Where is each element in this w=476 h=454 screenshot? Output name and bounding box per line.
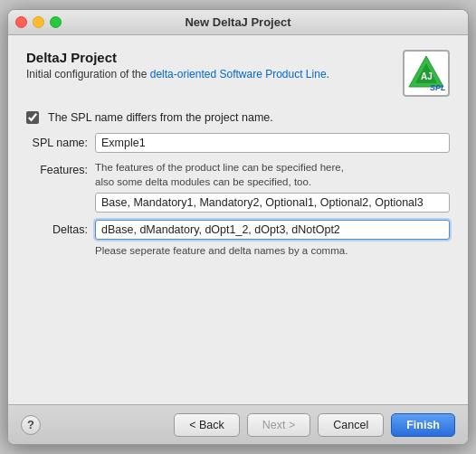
title-bar: New DeltaJ Project	[8, 10, 468, 35]
deltas-input[interactable]	[95, 220, 450, 240]
spl-name-row: SPL name:	[26, 133, 450, 153]
window-controls	[15, 16, 62, 28]
spl-logo: AJ SPL	[405, 52, 447, 94]
svg-text:AJ: AJ	[421, 71, 433, 81]
svg-text:SPL: SPL	[430, 83, 446, 92]
form-section: The SPL name differs from the project na…	[26, 111, 450, 265]
button-bar: ? < Back Next > Cancel Finish	[8, 404, 468, 444]
finish-button[interactable]: Finish	[391, 413, 455, 437]
help-button[interactable]: ?	[21, 415, 41, 435]
next-button[interactable]: Next >	[247, 413, 310, 437]
subtitle-suffix: .	[327, 68, 329, 80]
deltas-label: Deltas:	[26, 220, 95, 236]
minimize-button[interactable]	[33, 16, 44, 28]
features-input[interactable]	[95, 193, 450, 213]
cancel-button[interactable]: Cancel	[318, 413, 384, 437]
deltas-hint: Please seperate feature and delta names …	[95, 243, 450, 258]
deltas-row: Deltas: Please seperate feature and delt…	[26, 220, 450, 258]
page-subtitle: Initial configuration of the delta-orien…	[26, 68, 392, 80]
nav-buttons: < Back Next > Cancel Finish	[174, 413, 455, 437]
spl-name-right	[95, 133, 450, 153]
deltas-right: Please seperate feature and delta names …	[95, 220, 450, 258]
subtitle-prefix: Initial configuration of the	[26, 68, 150, 80]
close-button[interactable]	[15, 16, 27, 28]
dialog-window: New DeltaJ Project DeltaJ Project Initia…	[7, 9, 469, 445]
spl-name-label: SPL name:	[26, 133, 95, 149]
features-hint-line2: also some delta modules can be specified…	[95, 176, 311, 187]
window-title: New DeltaJ Project	[185, 15, 290, 29]
features-row: Features: The features of the product li…	[26, 160, 450, 213]
spl-name-differs-row: The SPL name differs from the project na…	[26, 111, 450, 124]
header-text: DeltaJ Project Initial configuration of …	[26, 50, 392, 80]
features-right: The features of the product line can be …	[95, 160, 450, 213]
features-label: Features:	[26, 160, 95, 176]
back-button[interactable]: < Back	[174, 413, 240, 437]
logo-box: AJ SPL	[403, 50, 450, 97]
features-hint: The features of the product line can be …	[95, 160, 450, 189]
maximize-button[interactable]	[50, 16, 62, 28]
header-section: DeltaJ Project Initial configuration of …	[26, 50, 450, 97]
subtitle-link[interactable]: delta-oriented Software Product Line	[150, 68, 327, 80]
features-hint-line1: The features of the product line can be …	[95, 162, 344, 173]
checkbox-label: The SPL name differs from the project na…	[48, 111, 273, 124]
page-title: DeltaJ Project	[26, 50, 392, 65]
spl-name-input[interactable]	[95, 133, 450, 153]
dialog-content: DeltaJ Project Initial configuration of …	[8, 35, 468, 404]
spl-name-differs-checkbox[interactable]	[26, 111, 39, 124]
